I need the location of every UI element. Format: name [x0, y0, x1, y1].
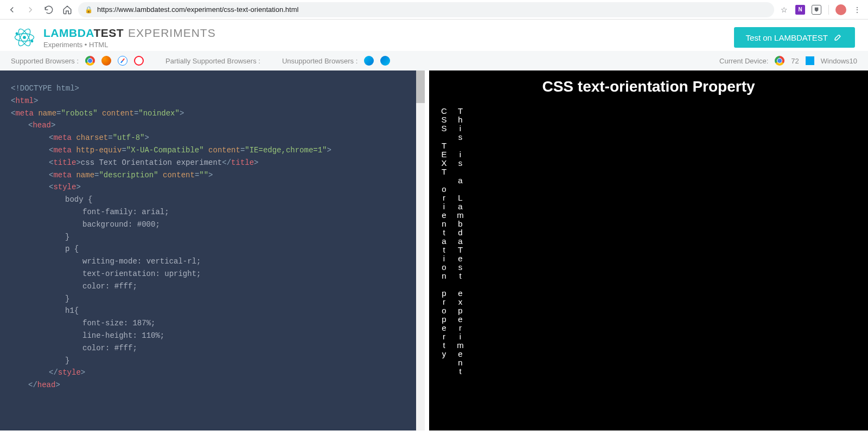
- svg-point-5: [31, 40, 33, 42]
- chrome-icon: [775, 56, 784, 66]
- svg-point-3: [23, 36, 25, 38]
- split-view: <!DOCTYPE html> <html> <meta name="robot…: [0, 70, 868, 430]
- breadcrumb[interactable]: Experiments • HTML: [43, 41, 216, 49]
- pane-divider[interactable]: [425, 70, 429, 430]
- brand-title: LAMBDATESTEXPERIMENTS: [43, 27, 216, 40]
- ie-icon: [364, 56, 374, 66]
- browser-support-bar: Supported Browsers : Partially Supported…: [0, 51, 868, 70]
- forward-button[interactable]: [23, 2, 38, 17]
- current-device: Current Device: 72 Windows10: [719, 56, 857, 66]
- url-text: https://www.lambdatest.com/experiment/cs…: [97, 5, 298, 14]
- profile-avatar[interactable]: [834, 3, 847, 16]
- preview-text-1: CSS TEXT orientation property: [439, 106, 449, 375]
- menu-icon[interactable]: ⋮: [851, 3, 864, 16]
- reload-button[interactable]: [41, 2, 56, 17]
- star-icon[interactable]: ☆: [777, 3, 790, 16]
- preview-pane: CSS text-orientation Property CSS TEXT o…: [429, 70, 868, 430]
- safari-icon: [118, 56, 127, 66]
- code-editor[interactable]: <!DOCTYPE html> <html> <meta name="robot…: [0, 70, 416, 430]
- back-button[interactable]: [4, 2, 20, 17]
- app-header: LAMBDATESTEXPERIMENTS Experiments • HTML…: [0, 20, 868, 51]
- test-on-lambdatest-button[interactable]: Test on LAMBDATEST: [734, 27, 855, 48]
- browser-chrome: 🔒 https://www.lambdatest.com/experiment/…: [0, 0, 868, 20]
- edge-icon: [380, 56, 390, 66]
- supported-browsers: Supported Browsers :: [11, 56, 144, 66]
- unsupported-browsers: Unsupported Browsers :: [282, 56, 390, 66]
- address-bar[interactable]: 🔒 https://www.lambdatest.com/experiment/…: [78, 2, 774, 17]
- svg-point-4: [16, 33, 18, 35]
- home-button[interactable]: [60, 2, 75, 17]
- rocket-icon: [833, 33, 843, 42]
- windows-icon: [806, 56, 814, 65]
- scrollbar-thumb[interactable]: [416, 70, 425, 103]
- firefox-icon: [101, 56, 111, 66]
- lock-icon: 🔒: [85, 6, 93, 14]
- code-scrollbar[interactable]: [416, 70, 425, 430]
- opera-icon: [134, 56, 144, 66]
- preview-text-2: This is a LambdaTest experiment: [455, 106, 465, 375]
- separator: [828, 5, 829, 15]
- extension-shield-icon[interactable]: ⛊: [810, 3, 823, 16]
- partially-supported-browsers: Partially Supported Browsers :: [165, 57, 260, 65]
- extension-onenote-icon[interactable]: N: [794, 3, 807, 16]
- chrome-icon: [85, 56, 95, 66]
- lambdatest-logo-icon: [13, 26, 36, 49]
- preview-heading: CSS text-orientation Property: [439, 78, 858, 95]
- brand: LAMBDATESTEXPERIMENTS Experiments • HTML: [13, 26, 216, 49]
